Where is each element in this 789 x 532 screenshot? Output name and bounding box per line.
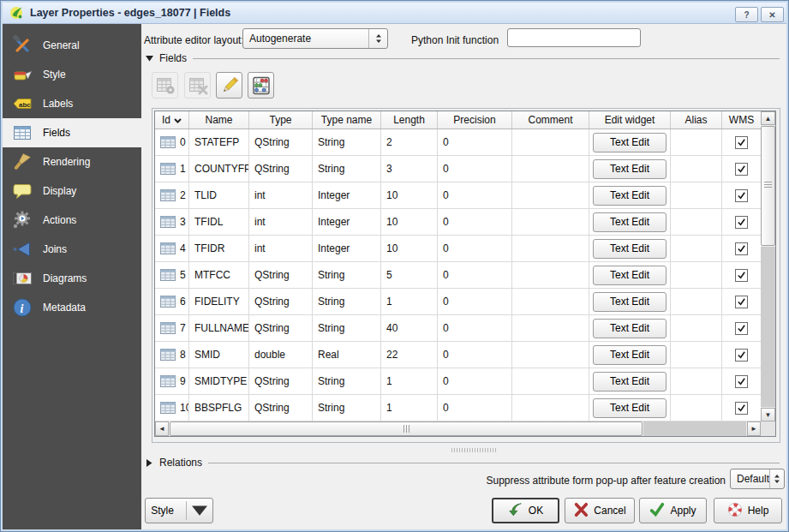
column-header-precision[interactable]: Precision [438, 111, 512, 129]
scroll-down-icon[interactable]: ▼ [761, 408, 775, 421]
scroll-right-icon[interactable]: ► [747, 421, 761, 436]
cell-type: QString [249, 315, 313, 341]
scroll-left-icon[interactable]: ◄ [155, 421, 169, 436]
column-header-name[interactable]: Name [189, 111, 249, 129]
table-row[interactable]: 6 FIDELITY QString String 1 0 Text Edit [155, 289, 761, 315]
cell-name: FULLNAME [189, 315, 249, 341]
apply-check-icon [649, 502, 665, 520]
wms-checkbox[interactable] [735, 242, 748, 255]
table-row[interactable]: 2 TLID int Integer 10 0 Text Edit [155, 182, 761, 209]
cancel-x-icon [573, 502, 589, 520]
wms-checkbox[interactable] [735, 296, 748, 308]
sidebar-item-actions[interactable]: Actions [3, 206, 141, 235]
cell-id: 2 [180, 189, 186, 201]
cell-precision: 0 [438, 262, 512, 288]
wms-checkbox[interactable] [735, 402, 748, 415]
edit-widget-button[interactable]: Text Edit [593, 133, 666, 152]
cell-type-name: Integer [313, 209, 381, 235]
suppress-popup-select[interactable]: Default [730, 469, 785, 489]
table-row[interactable]: 5 MTFCC QString String 5 0 Text Edit [155, 262, 761, 289]
scroll-up-icon[interactable]: ▲ [761, 111, 775, 125]
sidebar-item-display[interactable]: Display [3, 176, 141, 206]
edit-widget-button[interactable]: Text Edit [593, 292, 666, 312]
edit-widget-button[interactable]: Text Edit [593, 372, 666, 392]
sidebar-item-joins[interactable]: Joins [3, 235, 141, 264]
column-header-edit-widget[interactable]: Edit widget [589, 111, 671, 129]
wms-checkbox[interactable] [735, 322, 748, 335]
fields-table: Id Name Type Type name Length Precision … [154, 111, 776, 437]
python-init-input[interactable] [507, 28, 641, 47]
table-row[interactable]: 0 STATEFP QString String 2 0 Text Edit [155, 129, 761, 156]
horizontal-scrollbar-thumb[interactable] [170, 421, 643, 436]
expand-triangle-icon[interactable] [145, 458, 153, 467]
wms-checkbox[interactable] [735, 136, 748, 149]
table-row[interactable]: 1 COUNTYFP QString String 3 0 Text Edit [155, 156, 761, 182]
vertical-scrollbar-thumb[interactable] [761, 126, 775, 246]
svg-text:i: i [21, 302, 24, 315]
table-row[interactable]: 7 FULLNAME QString String 40 0 Text Edit [155, 315, 761, 342]
wms-checkbox[interactable] [735, 216, 748, 229]
column-header-comment[interactable]: Comment [512, 111, 589, 129]
apply-button[interactable]: Apply [639, 498, 707, 523]
column-header-wms[interactable]: WMS [722, 111, 761, 129]
wms-checkbox[interactable] [735, 349, 748, 362]
cancel-button[interactable]: Cancel [565, 498, 635, 523]
cell-type: QString [249, 262, 313, 288]
cell-comment [512, 262, 589, 288]
window-help-button[interactable]: ? [735, 7, 758, 22]
edit-widget-button[interactable]: Text Edit [593, 212, 666, 232]
sidebar-item-rendering[interactable]: Rendering [3, 147, 141, 176]
column-header-type[interactable]: Type [249, 111, 313, 129]
wms-checkbox[interactable] [735, 269, 748, 282]
sidebar-item-labels[interactable]: abcLabels [3, 89, 141, 118]
style-button[interactable]: Style [145, 498, 213, 523]
column-header-id[interactable]: Id [155, 111, 189, 129]
wms-checkbox[interactable] [735, 375, 748, 388]
sidebar-item-diagrams[interactable]: Diagrams [3, 264, 141, 293]
field-calculator-button[interactable] [248, 72, 274, 99]
cell-comment [512, 182, 589, 208]
sidebar-item-general[interactable]: General [3, 31, 141, 60]
help-button[interactable]: Help [714, 498, 782, 523]
table-row[interactable]: 3 TFIDL int Integer 10 0 Text Edit [155, 209, 761, 236]
cell-precision: 0 [438, 209, 512, 235]
collapse-triangle-icon[interactable] [145, 54, 153, 63]
table-row[interactable]: 4 TFIDR int Integer 10 0 Text Edit [155, 236, 761, 262]
ok-button[interactable]: OK [492, 498, 559, 523]
toggle-editing-button[interactable] [216, 72, 242, 99]
horizontal-scrollbar[interactable]: ◄ ► [155, 421, 761, 436]
splitter-handle[interactable] [451, 448, 496, 452]
edit-widget-button[interactable]: Text Edit [593, 319, 666, 338]
brush-icon [11, 151, 33, 173]
column-header-alias[interactable]: Alias [671, 111, 722, 129]
spinner-icon[interactable] [769, 469, 784, 488]
column-header-type-name[interactable]: Type name [313, 111, 381, 129]
wms-checkbox[interactable] [735, 189, 748, 202]
vertical-scrollbar[interactable]: ▲ ▼ [761, 111, 775, 421]
edit-widget-button[interactable]: Text Edit [593, 345, 666, 365]
wms-checkbox[interactable] [735, 163, 748, 176]
title-bar[interactable]: Layer Properties - edges_18077 | Fields … [3, 3, 786, 24]
fields-scroll-area: Id Name Type Type name Length Precision … [152, 108, 780, 443]
sidebar-item-metadata[interactable]: iMetadata [3, 293, 141, 322]
sidebar-item-fields[interactable]: Fields [3, 118, 141, 147]
chevron-down-icon[interactable] [192, 503, 207, 518]
new-column-button[interactable] [152, 72, 178, 99]
edit-widget-button[interactable]: Text Edit [593, 239, 666, 259]
table-row[interactable]: 10 BBSPFLG QString String 1 0 Text Edit [155, 395, 761, 421]
window-close-button[interactable]: ✕ [761, 7, 784, 22]
cell-alias [671, 129, 722, 155]
edit-widget-button[interactable]: Text Edit [593, 398, 666, 418]
edit-widget-button[interactable]: Text Edit [593, 266, 666, 285]
delete-column-button[interactable] [184, 72, 211, 99]
edit-widget-button[interactable]: Text Edit [593, 159, 666, 179]
edit-widget-button[interactable]: Text Edit [593, 186, 666, 206]
table-row[interactable]: 9 SMIDTYPE QString String 1 0 Text Edit [155, 368, 761, 395]
table-row[interactable]: 8 SMID double Real 22 0 Text Edit [155, 342, 761, 368]
sidebar-item-style[interactable]: Style [3, 60, 141, 89]
column-header-length[interactable]: Length [381, 111, 438, 129]
table-body: 0 STATEFP QString String 2 0 Text Edit 1… [155, 129, 761, 421]
attribute-editor-layout-select[interactable]: Autogenerate [242, 28, 388, 49]
cell-alias [671, 368, 722, 394]
spinner-icon[interactable] [368, 29, 387, 48]
